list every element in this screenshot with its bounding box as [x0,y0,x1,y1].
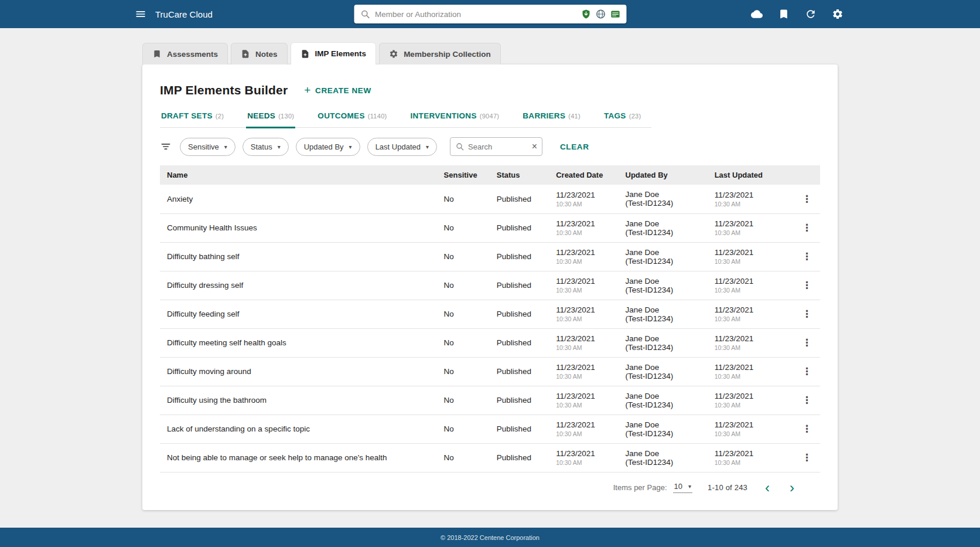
cell-sensitive: No [444,185,497,213]
tab-imp-elements[interactable]: IMP Elements [291,42,377,64]
global-search[interactable] [354,5,626,23]
subtab-needs[interactable]: NEEDS (130) [246,111,295,128]
cell-sensitive: No [444,242,497,271]
col-header-updated-by[interactable]: Updated By [626,165,715,185]
row-menu-icon[interactable]: ⋮ [796,423,818,435]
table-row[interactable]: Difficulty moving around No Published 11… [160,357,820,386]
cell-menu: ⋮ [794,386,820,415]
search-icon [455,142,465,151]
cell-updated-by: Jane Doe (Test-ID1234) [626,357,715,386]
created-time: 10:30 AM [556,373,625,380]
table-row[interactable]: Anxiety No Published 11/23/2021 10:30 AM… [160,185,820,213]
row-menu-icon[interactable]: ⋮ [796,451,818,464]
row-menu-icon[interactable]: ⋮ [796,337,818,349]
row-menu-icon[interactable]: ⋮ [796,222,818,234]
cell-updated-by: Jane Doe (Test-ID1234) [626,386,715,415]
gear-icon[interactable] [832,8,844,20]
tab-membership-collection[interactable]: Membership Collection [379,43,501,64]
table-search[interactable]: × [450,137,542,156]
cell-last-updated: 11/23/2021 10:30 AM [715,271,794,300]
created-date: 11/23/2021 [556,191,625,199]
cell-name: Anxiety [160,185,444,213]
gear-icon [389,49,398,59]
row-menu-icon[interactable]: ⋮ [796,250,818,263]
table-row[interactable]: Not being able to manage or seek help to… [160,443,820,472]
col-header-last-updated[interactable]: Last Updated [715,165,794,185]
bookmark-icon [152,49,162,59]
updated-by-name: Jane Doe [626,248,715,257]
clear-filters-button[interactable]: CLEAR [560,142,589,151]
items-per-page-select[interactable]: 10 ▾ [673,482,693,493]
col-header-sensitive[interactable]: Sensitive [444,165,497,185]
cell-last-updated: 11/23/2021 10:30 AM [715,185,794,213]
col-header-created-date[interactable]: Created Date [556,165,625,185]
last-updated-time: 10:30 AM [715,459,794,466]
created-date: 11/23/2021 [556,420,625,429]
subtab-interventions[interactable]: INTERVENTIONS (9047) [409,111,501,128]
last-updated-date: 11/23/2021 [715,277,794,286]
prev-page-button[interactable]: ‹ [763,481,772,495]
global-search-input[interactable] [375,10,576,19]
menu-icon[interactable] [135,8,146,20]
table-row[interactable]: Difficulty bathing self No Published 11/… [160,242,820,271]
bookmark-icon[interactable] [778,8,790,20]
table-row[interactable]: Lack of understanding on a specific topi… [160,415,820,443]
cell-created-date: 11/23/2021 10:30 AM [556,443,625,472]
subtab-barriers[interactable]: BARRIERS (41) [521,111,582,128]
cell-name: Difficulty meeting self health goals [160,328,444,357]
create-new-label: CREATE NEW [315,86,371,95]
subtab-tags[interactable]: TAGS (23) [603,111,642,128]
updated-by-name: Jane Doe [626,334,715,343]
cell-updated-by: Jane Doe (Test-ID1234) [626,415,715,443]
col-header-name[interactable]: Name [160,165,444,185]
filter-chip-status[interactable]: Status ▾ [243,138,289,156]
updated-by-name: Jane Doe [626,305,715,314]
updated-by-id: (Test-ID1234) [626,343,715,352]
row-menu-icon[interactable]: ⋮ [796,365,818,378]
tab-assessments[interactable]: Assessments [142,43,228,64]
globe-icon[interactable] [595,9,606,19]
clear-search-icon[interactable]: × [532,142,537,151]
col-header-status[interactable]: Status [497,165,556,185]
filter-chip-last-updated[interactable]: Last Updated ▾ [367,138,437,156]
cloud-icon[interactable] [751,8,763,20]
cell-sensitive: No [444,300,497,328]
last-updated-time: 10:30 AM [715,201,794,208]
subtab-outcomes[interactable]: OUTCOMES (1140) [316,111,388,128]
cell-status: Published [497,386,556,415]
list-card-icon[interactable] [610,9,620,19]
row-menu-icon[interactable]: ⋮ [796,193,818,205]
table-row[interactable]: Difficulty dressing self No Published 11… [160,271,820,300]
create-new-button[interactable]: + CREATE NEW [304,86,371,96]
row-menu-icon[interactable]: ⋮ [796,279,818,291]
cell-status: Published [497,415,556,443]
updated-by-name: Jane Doe [626,449,715,458]
document-icon [301,49,310,59]
subtab-count: (1140) [368,113,387,120]
table-row[interactable]: Community Health Issues No Published 11/… [160,213,820,242]
row-menu-icon[interactable]: ⋮ [796,308,818,320]
cell-last-updated: 11/23/2021 10:30 AM [715,242,794,271]
updated-by-name: Jane Doe [626,363,715,372]
row-menu-icon[interactable]: ⋮ [796,394,818,406]
last-updated-time: 10:30 AM [715,229,794,236]
tab-notes[interactable]: Notes [231,43,288,64]
subtab-draft-sets[interactable]: DRAFT SETS (2) [160,111,225,128]
updated-by-id: (Test-ID1234) [626,400,715,409]
filter-chip-sensitive[interactable]: Sensitive ▾ [180,138,235,156]
cell-created-date: 11/23/2021 10:30 AM [556,386,625,415]
cell-sensitive: No [444,386,497,415]
table-row[interactable]: Difficulty meeting self health goals No … [160,328,820,357]
table-search-input[interactable] [468,142,528,151]
filter-icon[interactable] [160,141,172,152]
caret-down-icon: ▾ [688,483,691,490]
last-updated-time: 10:30 AM [715,402,794,409]
shield-icon[interactable] [581,9,591,19]
updated-by-id: (Test-ID1234) [626,372,715,380]
table-row[interactable]: Difficulty using the bathroom No Publish… [160,386,820,415]
table-row[interactable]: Difficulty feeding self No Published 11/… [160,300,820,328]
refresh-icon[interactable] [805,8,817,20]
next-page-button[interactable]: › [787,481,797,495]
filter-chip-updated-by[interactable]: Updated By ▾ [296,138,360,156]
cell-created-date: 11/23/2021 10:30 AM [556,242,625,271]
